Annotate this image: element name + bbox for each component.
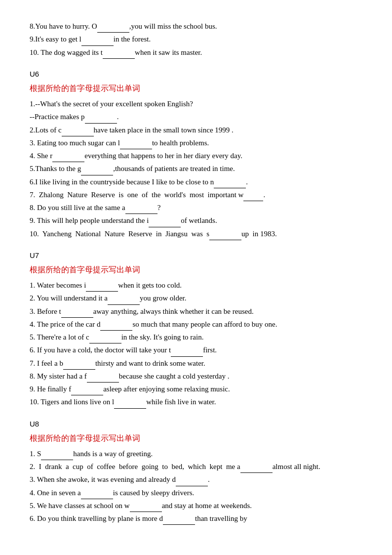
- u7-q1: 1. Water becomes iwhen it gets too cold.: [30, 279, 362, 292]
- line-8: 8.You have to hurry. O,you will miss the…: [30, 20, 362, 33]
- u8-q2: 2. I drank a cup of coffee before going …: [30, 460, 362, 473]
- u7-q5: 5. There're a lot of cin the sky. It's g…: [30, 331, 362, 343]
- u7-q6: 6. If you have a cold, the doctor will t…: [30, 343, 362, 356]
- section-u6: U6 根据所给的首字母提示写出单词 1.--What's the secret …: [30, 68, 362, 240]
- u8-q5: 5. We have classes at school on wand sta…: [30, 499, 362, 512]
- u7-q9: 9. He finally fasleep after enjoying som…: [30, 383, 362, 395]
- u7-q7: 7. I feel a bthirsty and want to drink s…: [30, 357, 362, 370]
- page-content: 8.You have to hurry. O,you will miss the…: [30, 20, 362, 525]
- section-u7: U7 根据所给的首字母提示写出单词 1. Water becomes iwhen…: [30, 249, 362, 409]
- u6-q1a: 1.--What's the secret of your excellent …: [30, 97, 362, 110]
- u7-label: U7: [30, 249, 362, 262]
- section-u8: U8 根据所给的首字母提示写出单词 1. Shands is a way of …: [30, 418, 362, 525]
- u6-label: U6: [30, 68, 362, 81]
- u7-q3: 3. Before taway anything, always think w…: [30, 305, 362, 318]
- u7-q2: 2. You will understand it ayou grow olde…: [30, 292, 362, 304]
- u6-q7: 7. Zhalong Nature Reserve is one of the …: [30, 188, 362, 201]
- line-9: 9.It's easy to get lin the forest.: [30, 33, 362, 45]
- u7-q4: 4. The price of the car dso much that ma…: [30, 318, 362, 331]
- u6-q5: 5.Thanks to the g,thousands of patients …: [30, 162, 362, 175]
- u6-q3: 3. Eating too much sugar can lto health …: [30, 136, 362, 149]
- u8-q4: 4. One in seven ais caused by sleepy dri…: [30, 486, 362, 499]
- u6-q1b: --Practice makes p.: [30, 110, 362, 123]
- pre-section: 8.You have to hurry. O,you will miss the…: [30, 20, 362, 59]
- u8-q6: 6. Do you think travelling by plane is m…: [30, 512, 362, 525]
- u7-title: 根据所给的首字母提示写出单词: [30, 263, 362, 277]
- u6-q6: 6.I like living in the countryside becau…: [30, 175, 362, 188]
- line-10: 10. The dog wagged its twhen it saw its …: [30, 46, 362, 59]
- u8-label: U8: [30, 418, 362, 430]
- u6-q9: 9. This will help people understand the …: [30, 214, 362, 227]
- u8-q3: 3. When she awoke, it was evening and al…: [30, 473, 362, 486]
- u7-q10: 10. Tigers and lions live on lwhile fish…: [30, 395, 362, 408]
- u6-title: 根据所给的首字母提示写出单词: [30, 82, 362, 95]
- u6-q8: 8. Do you still live at the same a?: [30, 201, 362, 214]
- u8-q1: 1. Shands is a way of greeting.: [30, 447, 362, 460]
- u6-q4: 4. She reverything that happens to her i…: [30, 149, 362, 162]
- u6-q10: 10. Yancheng National Nature Reserve in …: [30, 227, 362, 240]
- u7-q8: 8. My sister had a fbecause she caught a…: [30, 370, 362, 383]
- u6-q2: 2.Lots of chave taken place in the small…: [30, 124, 362, 136]
- u8-title: 根据所给的首字母提示写出单词: [30, 431, 362, 445]
